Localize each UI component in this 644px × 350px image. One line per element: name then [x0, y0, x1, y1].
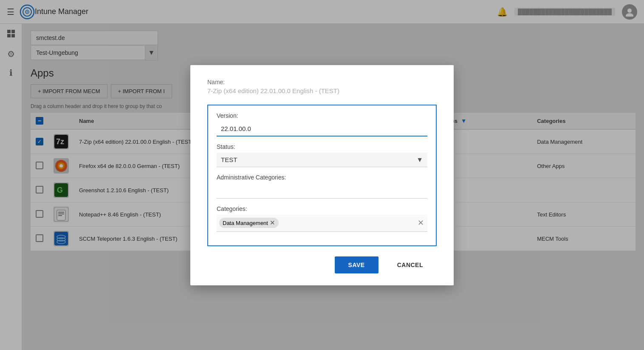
modal-name-label: Name: [207, 79, 437, 85]
categories-field: Categories: Data Management ✕ ✕ [217, 205, 427, 232]
category-tag-remove-icon[interactable]: ✕ [270, 219, 275, 227]
modal-name-value: 7-Zip (x64 edition) 22.01.00.0 English -… [207, 87, 437, 94]
cancel-button[interactable]: CANCEL [384, 256, 437, 273]
status-select[interactable]: TEST APPROVED DEPRECATED [217, 153, 427, 167]
categories-label: Categories: [217, 205, 427, 212]
modal-form-panel: Version: Status: TEST APPROVED DEPRECATE… [207, 105, 437, 246]
status-field: Status: TEST APPROVED DEPRECATED ▼ [217, 143, 427, 167]
modal-name-section: Name: 7-Zip (x64 edition) 22.01.00.0 Eng… [207, 79, 437, 94]
status-label: Status: [217, 143, 427, 150]
version-label: Version: [217, 112, 427, 119]
category-tag-label: Data Management [223, 220, 268, 226]
version-field: Version: [217, 112, 427, 137]
admin-categories-label: Administrative Categories: [217, 174, 427, 181]
edit-app-modal: Name: 7-Zip (x64 edition) 22.01.00.0 Eng… [190, 65, 454, 285]
modal-overlay: Name: 7-Zip (x64 edition) 22.01.00.0 Eng… [0, 0, 644, 350]
categories-tags-input[interactable]: Data Management ✕ ✕ [217, 215, 427, 232]
save-button[interactable]: SAVE [335, 256, 378, 273]
version-input[interactable] [217, 122, 427, 137]
admin-categories-field: Administrative Categories: [217, 174, 427, 199]
category-tag-data-management: Data Management ✕ [219, 218, 279, 228]
modal-actions: SAVE CANCEL [207, 256, 437, 273]
status-select-wrapper: TEST APPROVED DEPRECATED ▼ [217, 153, 427, 167]
admin-categories-input[interactable] [217, 183, 427, 199]
categories-clear-icon[interactable]: ✕ [418, 218, 424, 228]
